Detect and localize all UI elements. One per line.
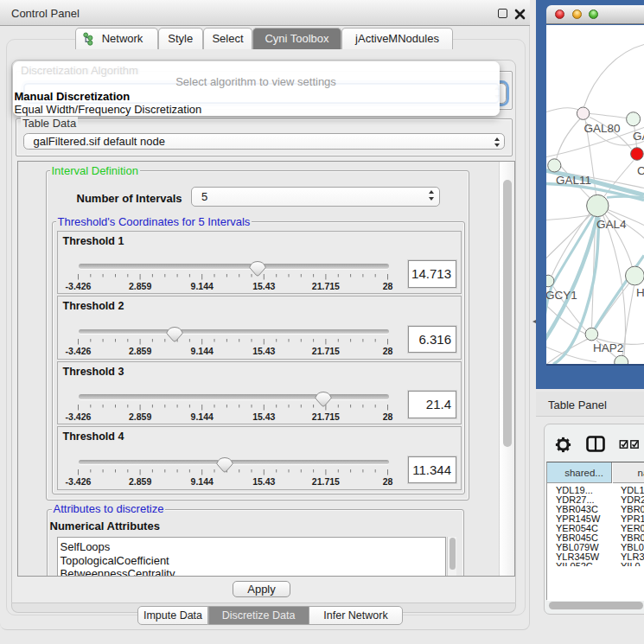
svg-text:28: 28 xyxy=(383,281,393,291)
svg-text:9.144: 9.144 xyxy=(191,476,214,487)
svg-text:2.859: 2.859 xyxy=(129,476,151,487)
svg-text:-3.426: -3.426 xyxy=(66,281,92,291)
svg-text:-3.426: -3.426 xyxy=(66,346,92,356)
svg-text:21.715: 21.715 xyxy=(312,476,340,487)
svg-text:15.43: 15.43 xyxy=(252,411,275,422)
svg-text:9.144: 9.144 xyxy=(191,411,214,422)
svg-text:2.859: 2.859 xyxy=(129,346,151,356)
svg-text:21.715: 21.715 xyxy=(312,346,340,356)
svg-text:9.144: 9.144 xyxy=(191,281,214,291)
svg-text:28: 28 xyxy=(383,346,393,356)
svg-text:28: 28 xyxy=(383,476,393,487)
svg-text:15.43: 15.43 xyxy=(252,346,275,356)
svg-text:GAL80: GAL80 xyxy=(584,122,621,135)
svg-text:21.715: 21.715 xyxy=(312,411,340,422)
svg-text:9.144: 9.144 xyxy=(191,346,214,356)
svg-text:-3.426: -3.426 xyxy=(66,476,92,487)
svg-text:-3.426: -3.426 xyxy=(66,411,92,422)
svg-text:15.43: 15.43 xyxy=(252,281,275,291)
svg-text:C: C xyxy=(637,163,644,176)
svg-text:2.859: 2.859 xyxy=(129,411,151,422)
svg-text:15.43: 15.43 xyxy=(252,476,275,487)
svg-text:2.859: 2.859 xyxy=(129,281,151,291)
svg-text:GA: GA xyxy=(633,129,644,142)
svg-text:H: H xyxy=(636,286,644,299)
svg-text:HAP2: HAP2 xyxy=(593,341,623,354)
svg-text:GAL11: GAL11 xyxy=(556,174,591,187)
svg-text:GCY1: GCY1 xyxy=(546,288,577,301)
svg-text:28: 28 xyxy=(383,411,393,422)
svg-text:GAL4: GAL4 xyxy=(596,217,627,230)
svg-text:21.715: 21.715 xyxy=(312,281,340,291)
